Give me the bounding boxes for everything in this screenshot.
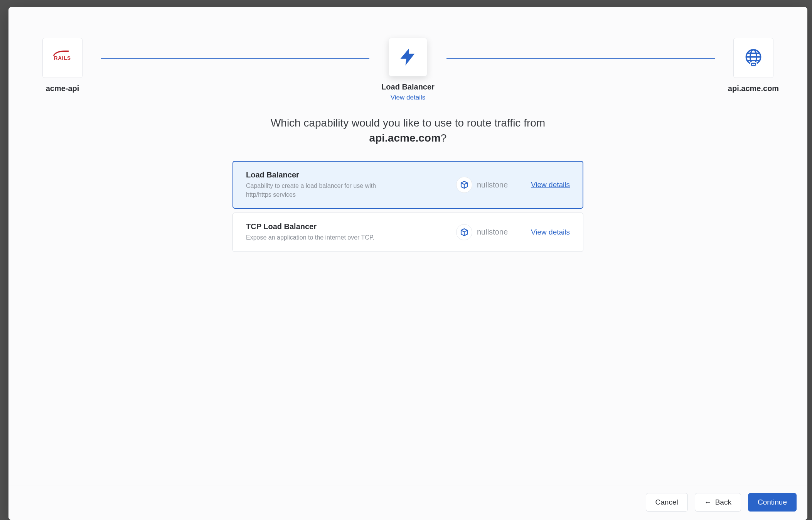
option-provider: nullstone	[456, 177, 522, 193]
option-tcp-load-balancer[interactable]: TCP Load Balancer Expose an application …	[232, 213, 583, 252]
heading-domain: api.acme.com	[369, 132, 441, 144]
middle-tile	[389, 38, 427, 76]
modal-footer: Cancel ← Back Continue	[8, 486, 807, 520]
globe-link-icon	[743, 47, 764, 69]
middle-view-details-link[interactable]: View details	[391, 94, 425, 101]
nullstone-icon	[456, 177, 472, 193]
option-view-details-link[interactable]: View details	[531, 228, 570, 236]
provider-name: nullstone	[477, 228, 508, 236]
nullstone-icon	[456, 224, 472, 240]
option-main: TCP Load Balancer Expose an application …	[246, 222, 447, 242]
option-load-balancer[interactable]: Load Balancer Capability to create a loa…	[232, 161, 583, 209]
option-description: Capability to create a load balancer for…	[246, 182, 400, 199]
flow-node-target: api.acme.com	[715, 38, 792, 93]
provider-name: nullstone	[477, 181, 508, 189]
page-heading: Which capability would you like to use t…	[250, 115, 566, 145]
option-view-details-link[interactable]: View details	[531, 181, 570, 189]
target-tile	[733, 38, 773, 78]
continue-button[interactable]: Continue	[748, 493, 797, 512]
flow-connector-right	[446, 58, 715, 59]
continue-label: Continue	[758, 498, 787, 506]
option-description: Expose an application to the internet ov…	[246, 233, 400, 242]
middle-label: Load Balancer	[381, 83, 435, 91]
back-label: Back	[715, 498, 731, 506]
option-title: Load Balancer	[246, 171, 447, 179]
arrow-left-icon: ←	[704, 499, 711, 506]
target-label: api.acme.com	[728, 84, 779, 93]
modal-body: RAILS acme-api Load Balancer View detail…	[8, 7, 807, 486]
back-button[interactable]: ← Back	[695, 493, 741, 512]
heading-prefix: Which capability would you like to use t…	[271, 117, 545, 129]
options-list: Load Balancer Capability to create a loa…	[232, 161, 583, 252]
cancel-label: Cancel	[655, 498, 678, 506]
source-tile: RAILS	[42, 38, 83, 78]
heading-suffix: ?	[441, 132, 447, 144]
source-label: acme-api	[46, 84, 79, 93]
option-main: Load Balancer Capability to create a loa…	[246, 171, 447, 199]
cancel-button[interactable]: Cancel	[646, 493, 688, 512]
option-provider: nullstone	[456, 224, 522, 240]
capability-modal: RAILS acme-api Load Balancer View detail…	[8, 7, 807, 520]
lightning-icon	[398, 47, 418, 67]
heading-wrap: Which capability would you like to use t…	[250, 115, 566, 145]
option-title: TCP Load Balancer	[246, 222, 447, 231]
flow-diagram: RAILS acme-api Load Balancer View detail…	[24, 38, 792, 101]
flow-connector-left	[101, 58, 369, 59]
rails-icon: RAILS	[54, 55, 71, 61]
flow-node-source: RAILS acme-api	[24, 38, 101, 93]
flow-node-middle: Load Balancer View details	[369, 38, 446, 101]
